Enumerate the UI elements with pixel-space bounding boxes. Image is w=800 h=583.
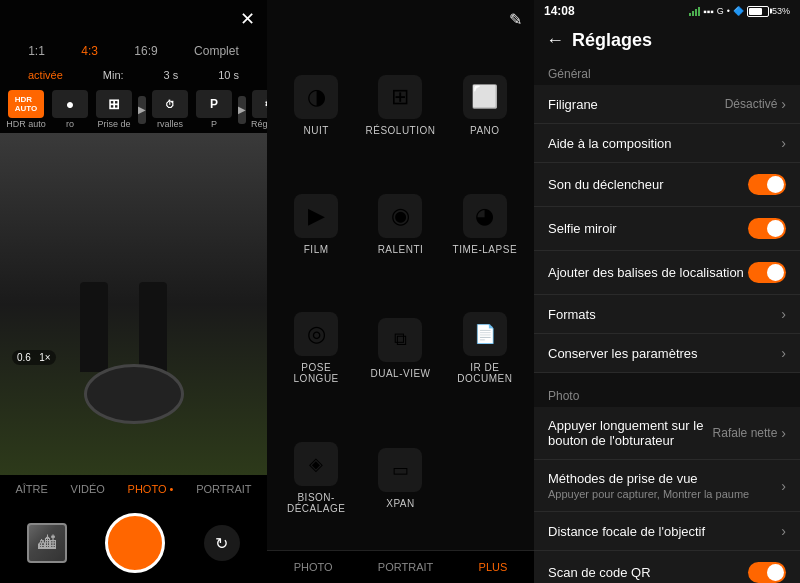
- timer-10s[interactable]: 10 s: [218, 69, 239, 81]
- ir-doc-label: IR DE DOCUMEN: [448, 362, 522, 384]
- mode-ralenti[interactable]: ◉ RALENTI: [359, 166, 441, 283]
- pose-longue-icon: ◎: [294, 312, 338, 356]
- mode-menu-panel: ✎ ◑ NUIT ⊞ RÉSOLUTION ⬜ PANO ▶ FILM ◉ RA…: [267, 0, 534, 583]
- settings-balises[interactable]: Ajouter des balises de localisation: [534, 251, 800, 295]
- camera-panel: ✕ 1:1 4:3 16:9 Complet activée Min: 3 s …: [0, 0, 267, 583]
- battery-percent: 53%: [772, 6, 790, 16]
- aspect-complet[interactable]: Complet: [194, 44, 239, 58]
- interval-button[interactable]: ⏱ rvalles: [150, 90, 190, 129]
- settings-appuyer-longuement[interactable]: Appuyer longuement sur le bouton de l'ob…: [534, 407, 800, 460]
- edit-icon[interactable]: ✎: [509, 10, 522, 29]
- selfie-toggle[interactable]: [748, 218, 786, 239]
- timer-activee[interactable]: activée: [28, 69, 63, 81]
- settings-tool-button[interactable]: ⚙ Réglages: [250, 90, 267, 129]
- section-general-label: Général: [534, 59, 800, 85]
- settings-son-declencheur[interactable]: Son du déclencheur: [534, 163, 800, 207]
- mode-xpan[interactable]: ▭ XPAN: [359, 414, 441, 542]
- mode-bison-decalage[interactable]: ◈ BISON-DÉCALAGE: [275, 414, 357, 542]
- camera-toolbar: HDRAUTO HDR auto ● ro ⊞ Prise de ▶ ⏱ rva…: [0, 86, 267, 133]
- film-icon: ▶: [294, 194, 338, 238]
- burst-button[interactable]: ⊞ Prise de: [94, 90, 134, 129]
- settings-conserver[interactable]: Conserver les paramètres ›: [534, 334, 800, 373]
- settings-filigrane[interactable]: Filigrane Désactivé ›: [534, 85, 800, 124]
- resolution-label: RÉSOLUTION: [365, 125, 435, 136]
- p2-mode-photo[interactable]: PHOTO: [294, 561, 333, 573]
- aspect-16x9[interactable]: 16:9: [134, 44, 157, 58]
- conserver-chevron: ›: [781, 345, 786, 361]
- film-label: FILM: [304, 244, 329, 255]
- mode-timelapse[interactable]: ◕ TIME-LAPSE: [444, 166, 526, 283]
- filter-button[interactable]: ● ro: [50, 90, 90, 129]
- timelapse-label: TIME-LAPSE: [453, 244, 517, 255]
- mode-ir-document[interactable]: 📄 IR DE DOCUMEN: [444, 285, 526, 413]
- settings-distance-focale[interactable]: Distance focale de l'objectif ›: [534, 512, 800, 551]
- settings-formats[interactable]: Formats ›: [534, 295, 800, 334]
- shutter-button[interactable]: [105, 513, 165, 573]
- ralenti-icon: ◉: [378, 194, 422, 238]
- aspect-1x1[interactable]: 1:1: [28, 44, 45, 58]
- appuyer-chevron: ›: [781, 425, 786, 441]
- pano-label: PANO: [470, 125, 500, 136]
- appuyer-value: Rafale nette: [713, 426, 778, 440]
- xpan-label: XPAN: [386, 498, 415, 509]
- settings-list: Filigrane Désactivé › Aide à la composit…: [534, 85, 800, 583]
- mode-video[interactable]: VIDÉO: [71, 483, 105, 495]
- bison-label: BISON-DÉCALAGE: [279, 492, 353, 514]
- ralenti-label: RALENTI: [378, 244, 424, 255]
- mode-aitre[interactable]: AÎTRE: [15, 483, 47, 495]
- toolbar-arrow-left[interactable]: ▶: [138, 96, 146, 124]
- p2-mode-portrait[interactable]: PORTRAIT: [378, 561, 433, 573]
- settings-aide-composition[interactable]: Aide à la composition ›: [534, 124, 800, 163]
- gallery-thumbnail[interactable]: 🏙: [27, 523, 67, 563]
- pano-icon: ⬜: [463, 75, 507, 119]
- son-toggle-knob: [767, 176, 784, 193]
- son-toggle[interactable]: [748, 174, 786, 195]
- scan-toggle[interactable]: [748, 562, 786, 583]
- bollard-right: [139, 282, 167, 372]
- pose-longue-label: POSE LONGUE: [279, 362, 353, 384]
- p-button[interactable]: P P: [194, 90, 234, 129]
- signal-bars: [689, 6, 700, 16]
- flip-camera-button[interactable]: ↻: [204, 525, 240, 561]
- g-icon: G: [717, 6, 724, 16]
- settings-scan-qr[interactable]: Scan de code QR: [534, 551, 800, 583]
- mode-film[interactable]: ▶ FILM: [275, 166, 357, 283]
- bluetooth-icon: 🔷: [733, 6, 744, 16]
- distance-title: Distance focale de l'objectif: [548, 524, 781, 539]
- scan-toggle-knob: [767, 564, 784, 581]
- mode-resolution[interactable]: ⊞ RÉSOLUTION: [359, 47, 441, 164]
- battery-indicator: [747, 6, 769, 17]
- filigrane-chevron: ›: [781, 96, 786, 112]
- settings-methodes[interactable]: Méthodes de prise de vue Appuyer pour ca…: [534, 460, 800, 512]
- mode-pose-longue[interactable]: ◎ POSE LONGUE: [275, 285, 357, 413]
- mode-photo[interactable]: PHOTO •: [128, 483, 174, 495]
- p2-mode-plus[interactable]: PLUS: [479, 561, 508, 573]
- methodes-title: Méthodes de prise de vue: [548, 471, 781, 486]
- mode-nuit[interactable]: ◑ NUIT: [275, 47, 357, 164]
- appuyer-title: Appuyer longuement sur le bouton de l'ob…: [548, 418, 713, 448]
- back-button[interactable]: ←: [546, 30, 564, 51]
- close-button[interactable]: ✕: [240, 8, 255, 30]
- dual-view-icon: ⧉: [378, 318, 422, 362]
- balises-title: Ajouter des balises de localisation: [548, 265, 748, 280]
- balises-toggle[interactable]: [748, 262, 786, 283]
- son-title: Son du déclencheur: [548, 177, 748, 192]
- camera-preview: 0.6 1×: [0, 133, 267, 475]
- aide-chevron: ›: [781, 135, 786, 151]
- toolbar-arrow-right[interactable]: ▶: [238, 96, 246, 124]
- nuit-icon: ◑: [294, 75, 338, 119]
- bison-icon: ◈: [294, 442, 338, 486]
- zoom-level[interactable]: 0.6 1×: [12, 350, 56, 365]
- timer-min[interactable]: Min:: [103, 69, 124, 81]
- camera-mode-bar: AÎTRE VIDÉO PHOTO • PORTRAIT: [0, 475, 267, 503]
- mode-pano[interactable]: ⬜ PANO: [444, 47, 526, 164]
- menu-top-bar: ✎: [267, 0, 534, 39]
- timer-3s[interactable]: 3 s: [164, 69, 179, 81]
- distance-chevron: ›: [781, 523, 786, 539]
- aspect-4x3[interactable]: 4:3: [81, 44, 98, 58]
- settings-selfie-miroir[interactable]: Selfie miroir: [534, 207, 800, 251]
- hdr-button[interactable]: HDRAUTO HDR auto: [6, 90, 46, 129]
- mode-dual-view[interactable]: ⧉ DUAL-VIEW: [359, 285, 441, 413]
- mode-portrait[interactable]: PORTRAIT: [196, 483, 251, 495]
- camera-controls: 🏙 ↻: [0, 503, 267, 583]
